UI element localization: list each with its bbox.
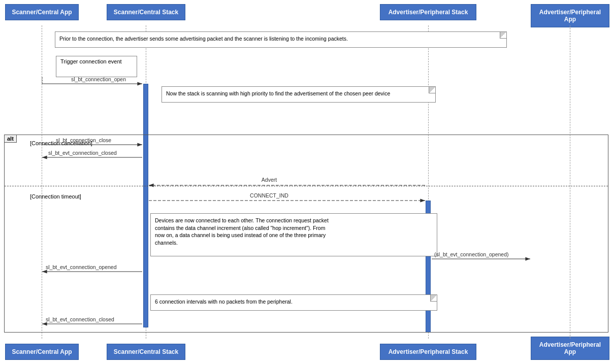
lane-footer-scanner-stack: Scanner/Central Stack	[107, 344, 185, 360]
lane-footer-advertiser-stack: Advertiser/Peripheral Stack	[380, 344, 476, 360]
note-scanning: Now the stack is scanning with high prio…	[162, 86, 436, 103]
alt-guard-cancellation: [Connection cancellation]	[30, 140, 92, 146]
lane-header-advertiser-stack: Advertiser/Peripheral Stack	[380, 4, 476, 20]
note-connected: Devices are now connected to each other.…	[150, 213, 437, 256]
note-prior: Prior to the connection, the advertiser …	[55, 31, 507, 48]
alt-guard-timeout: [Connection timeout]	[30, 193, 81, 200]
alt-label: alt	[5, 135, 17, 143]
lane-header-advertiser-app: Advertiser/Peripheral App	[531, 4, 609, 27]
trigger-box: Trigger connection event	[56, 56, 137, 77]
lane-header-scanner-app: Scanner/Central App	[5, 4, 79, 20]
sequence-diagram: Scanner/Central App Scanner/Central Stac…	[0, 0, 613, 364]
note-intervals: 6 connection intervals with no packets f…	[150, 294, 437, 311]
lane-footer-scanner-app: Scanner/Central App	[5, 344, 79, 360]
alt-divider	[5, 186, 608, 186]
lane-footer-advertiser-app: Advertiser/Peripheral App	[531, 337, 609, 360]
lane-header-scanner-stack: Scanner/Central Stack	[107, 4, 185, 20]
